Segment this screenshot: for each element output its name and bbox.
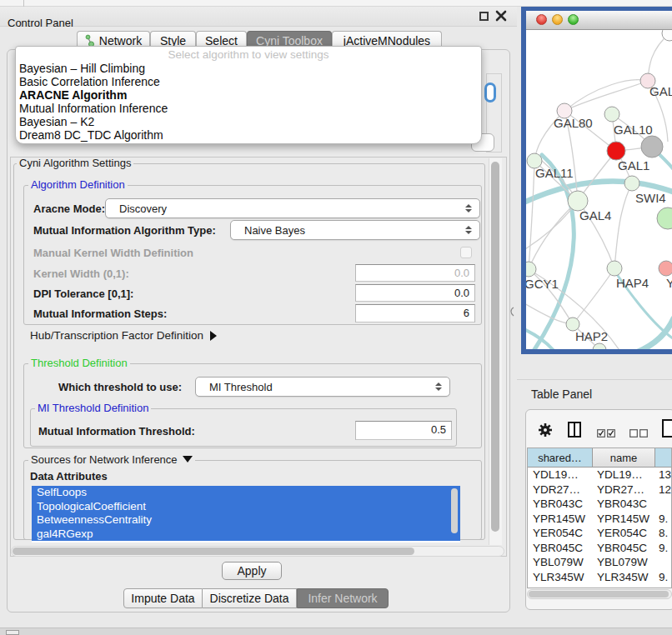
node-gal1-selected[interactable] (607, 142, 625, 160)
table-row[interactable]: YER054C YER054C 8. (528, 526, 671, 541)
table-cell: YPR145W (593, 512, 655, 527)
table-row[interactable]: YBR045C YBR045C 9. (528, 541, 671, 556)
kernel-width-input[interactable]: 0.0 (355, 264, 475, 282)
column-header-name[interactable]: name (593, 448, 655, 468)
algorithm-option[interactable]: Bayesian – K2 (19, 115, 478, 128)
attribute-item[interactable]: gal4RGexp (32, 528, 460, 542)
aracne-mode-select[interactable]: Discovery (105, 198, 480, 218)
aracne-mode-label: Aracne Mode: (33, 202, 105, 215)
sources-group-title[interactable]: Sources for Network Inference (28, 454, 195, 466)
dpi-tolerance-input[interactable]: 0.0 (355, 284, 475, 302)
attribute-item[interactable]: SelfLoops (32, 486, 460, 500)
table-header-row: shared… name A (528, 448, 671, 468)
splitter-icon (509, 307, 515, 317)
edge (564, 81, 648, 111)
settings-vscrollbar-thumb[interactable] (491, 162, 499, 532)
node-green-large[interactable] (657, 208, 672, 229)
close-panel-button[interactable] (495, 10, 507, 22)
tab-discretize-data[interactable]: Discretize Data (203, 588, 297, 608)
mi-threshold-input[interactable]: 0.5 (355, 421, 452, 440)
table-cell: YBL079W (593, 555, 655, 570)
table-row[interactable]: YBR043C YBR043C (528, 497, 671, 512)
tab-impute-data[interactable]: Impute Data (123, 588, 203, 608)
apply-button[interactable]: Apply (222, 562, 282, 580)
settings-hscrollbar-thumb[interactable] (13, 548, 414, 555)
table-row[interactable]: YPR145W YPR145W 9. (528, 512, 671, 527)
minimize-traffic-light[interactable] (552, 14, 563, 25)
checked-boxes-icon (597, 429, 615, 438)
table-cell: YBR045C (528, 541, 593, 556)
deselect-all-button[interactable] (629, 427, 648, 442)
node-label: SWI4 (635, 191, 666, 205)
node-salmon[interactable] (659, 261, 672, 276)
algorithm-option[interactable]: Dream8 DC_TDC Algorithm (19, 128, 478, 142)
edge (614, 183, 632, 268)
table-cell: 8. (655, 526, 672, 541)
node-label: GAL4 (579, 208, 611, 222)
table-row[interactable]: YBL079W YBL079W (528, 555, 671, 570)
node-hap4[interactable] (607, 261, 622, 276)
table-row[interactable]: YDR27… YDR27… 12 (528, 482, 671, 498)
column-header-partial[interactable]: A (655, 448, 672, 468)
node-label: GAL11 (535, 166, 574, 180)
table-cell: 9. (655, 541, 672, 556)
attributes-list-scrollbar-thumb[interactable] (451, 488, 458, 533)
close-traffic-light[interactable] (536, 14, 547, 25)
algorithm-option-selected[interactable]: ARACNE Algorithm (19, 88, 478, 102)
table-settings-button[interactable] (538, 422, 553, 441)
mi-type-select[interactable]: Naive Bayes (230, 220, 480, 240)
aracne-mode-value: Discovery (119, 202, 167, 215)
table-cell: YBR043C (593, 497, 655, 512)
table-hscrollbar-thumb[interactable] (529, 591, 669, 598)
mi-type-label: Mutual Information Algorithm Type: (33, 224, 216, 237)
network-canvas[interactable]: GAL GAL80 GAL10 GAL1 GAL11 GAL4 SWI4 GCY… (526, 30, 672, 349)
stepper-icon (465, 226, 472, 234)
node-label: HAP2 (575, 329, 608, 343)
edge (624, 318, 672, 349)
table-row-clipped[interactable]: YIL052C YIL052C 9 (528, 584, 671, 588)
tab-infer-network[interactable]: Infer Network (297, 588, 389, 608)
table-cell: 9. (655, 570, 672, 585)
edge (526, 327, 557, 349)
dropdown-items: Bayesian – Hill Climbing Basic Correlati… (19, 62, 478, 142)
table-cell: YPR145W (528, 512, 593, 527)
panel-splitter-handle[interactable] (509, 305, 515, 320)
algorithm-option[interactable]: Bayesian – Hill Climbing (19, 62, 478, 75)
kernel-width-label: Kernel Width (0,1): (33, 268, 129, 280)
tab-impute-label: Impute Data (131, 592, 194, 605)
node-gal10[interactable] (604, 107, 619, 122)
table-cell: 12 (655, 482, 672, 498)
node-table[interactable]: shared… name A YDL19… YDL19… 13 YDR27… Y… (527, 448, 672, 588)
collapse-down-icon (183, 456, 193, 462)
network-graph: GAL GAL80 GAL10 GAL1 GAL11 GAL4 SWI4 GCY… (526, 30, 672, 349)
hub-definition-expander[interactable]: Hub/Transcription Factor Definition (30, 329, 217, 342)
node-label: GAL (649, 84, 672, 98)
split-panel-button[interactable] (568, 422, 581, 441)
algorithm-option[interactable]: Basic Correlation Inference (19, 75, 478, 88)
table-cell: 9. (655, 512, 672, 527)
table-row[interactable]: YDL19… YDL19… 13 (528, 468, 671, 482)
manual-kernel-checkbox[interactable] (460, 247, 472, 258)
threshold-definition-title: Threshold Definition (28, 358, 130, 369)
table-row[interactable]: YLR345W YLR345W 9. (528, 570, 671, 585)
table-cell: YER054C (528, 526, 593, 541)
mi-steps-input[interactable]: 6 (355, 304, 475, 322)
column-header-shared-name[interactable]: shared… (528, 448, 593, 468)
expand-right-icon (210, 331, 217, 341)
float-window-button[interactable] (479, 12, 489, 21)
new-table-button[interactable] (662, 419, 672, 441)
node-swi4[interactable] (624, 176, 639, 191)
node[interactable] (593, 343, 606, 349)
zoom-traffic-light[interactable] (568, 14, 579, 25)
node-gray[interactable] (641, 136, 663, 158)
top-strip-divider (23, 0, 24, 7)
hub-definition-label: Hub/Transcription Factor Definition (30, 329, 203, 342)
select-all-button[interactable] (597, 427, 615, 442)
algorithm-option[interactable]: Mutual Information Inference (19, 102, 478, 115)
attribute-item[interactable]: BetweennessCentrality (32, 513, 460, 528)
attribute-item[interactable]: TopologicalCoefficient (32, 500, 460, 514)
which-threshold-select[interactable]: MI Threshold (195, 377, 450, 397)
close-icon (495, 10, 507, 22)
which-threshold-label: Which threshold to use: (58, 381, 182, 393)
table-cell (655, 555, 672, 570)
